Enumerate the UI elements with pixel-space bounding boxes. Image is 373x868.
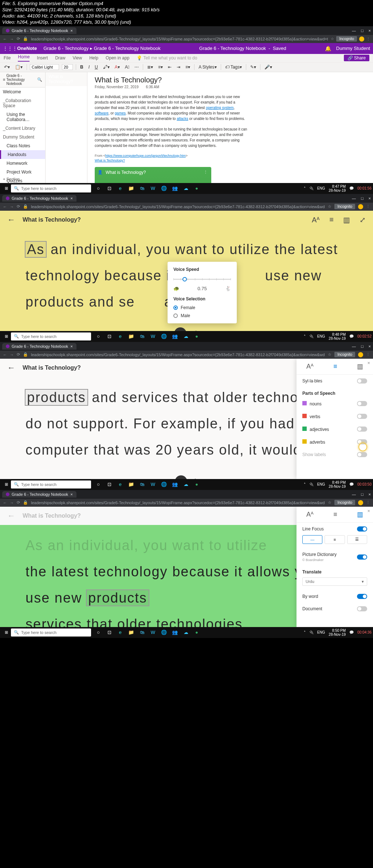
taskbar-search[interactable]: 🔍 Type here to search bbox=[11, 332, 91, 340]
radio-male[interactable]: Male bbox=[173, 313, 231, 318]
nouns-toggle[interactable] bbox=[357, 401, 367, 406]
window-close[interactable]: × bbox=[369, 196, 371, 201]
window-maximize[interactable]: □ bbox=[361, 28, 364, 33]
verbs-toggle[interactable] bbox=[357, 414, 367, 419]
start-button[interactable]: ⊞ bbox=[1, 334, 11, 339]
styles-button[interactable]: A Styles▾ bbox=[197, 65, 217, 70]
tray-clock[interactable]: 8:47 PM28-Nov-19 bbox=[329, 184, 346, 192]
voice-settings-icon[interactable]: ⚙ bbox=[193, 330, 199, 331]
nav-fwd-icon[interactable]: → bbox=[10, 37, 14, 41]
focus-5-line[interactable]: ☰ bbox=[347, 535, 367, 544]
app-launcher-icon[interactable]: ⋮⋮⋮ bbox=[3, 46, 17, 51]
focus-1-line[interactable]: — bbox=[302, 535, 322, 544]
reading-prefs-tab[interactable]: ▥ bbox=[357, 510, 363, 518]
profile-avatar[interactable] bbox=[358, 204, 363, 209]
italic-button[interactable]: I bbox=[87, 65, 91, 70]
tab-insert[interactable]: Insert bbox=[37, 55, 48, 61]
teams-icon[interactable]: 👥 bbox=[170, 184, 180, 192]
nav-back-icon[interactable]: ← bbox=[3, 205, 7, 209]
source-link[interactable]: What is Technology? bbox=[95, 159, 125, 162]
link-games[interactable]: games bbox=[115, 111, 126, 115]
syllables-toggle[interactable] bbox=[357, 378, 367, 384]
dictate-button[interactable]: 🎤▾ bbox=[263, 65, 273, 70]
section-welcome[interactable]: Welcome bbox=[0, 87, 45, 96]
play-button[interactable]: ▶ bbox=[175, 475, 187, 479]
paragraph-1[interactable]: As an individual, you want to utilize th… bbox=[95, 94, 248, 121]
text-prefs-icon[interactable]: Aᴬ bbox=[312, 215, 320, 224]
chrome-icon[interactable]: 🌐 bbox=[159, 184, 169, 192]
browser-tab[interactable]: Grade 6 - Technology Notebook× bbox=[2, 195, 76, 202]
nav-fwd-icon[interactable]: → bbox=[10, 205, 14, 209]
voice-settings-icon[interactable]: ⚙ bbox=[192, 478, 198, 479]
user-name[interactable]: Dummy Student bbox=[336, 46, 370, 51]
taskbar-search[interactable]: 🔍 Type here to search bbox=[11, 184, 91, 192]
pic-dict-toggle[interactable] bbox=[357, 554, 367, 560]
menu-icon[interactable]: ⋮ bbox=[366, 204, 370, 209]
cortana-icon[interactable]: ○ bbox=[93, 184, 103, 192]
tab-view[interactable]: View bbox=[72, 55, 82, 61]
video-menu-icon[interactable]: ⋮ bbox=[204, 170, 208, 175]
link-software[interactable]: software bbox=[95, 111, 109, 115]
window-close[interactable]: × bbox=[369, 28, 371, 33]
tray-power-icon[interactable]: 🔌 bbox=[309, 186, 314, 190]
underline-button[interactable]: U bbox=[94, 65, 99, 70]
explorer-icon[interactable]: 📁 bbox=[126, 184, 136, 192]
play-button[interactable]: ▶ bbox=[174, 327, 186, 331]
tell-me[interactable]: Tell me what you want to do bbox=[143, 55, 197, 61]
browser-tab[interactable]: Grade 6 - Technology Notebook× bbox=[2, 491, 76, 498]
show-labels-toggle[interactable] bbox=[357, 452, 367, 457]
fullscreen-icon[interactable]: ⤢ bbox=[360, 215, 366, 224]
browser-tab[interactable]: Grade 6 - Technology Notebook × bbox=[2, 27, 76, 34]
tab-file[interactable]: File bbox=[4, 55, 11, 61]
grammar-tab[interactable]: ≡ bbox=[333, 511, 337, 518]
grammar-tab[interactable]: ≡ bbox=[333, 363, 337, 370]
font-size[interactable] bbox=[62, 64, 73, 70]
indent-button[interactable]: ⇥ bbox=[176, 65, 181, 70]
by-word-toggle[interactable] bbox=[357, 594, 367, 599]
tray-lang[interactable]: ENG bbox=[317, 186, 325, 190]
clear-format-button[interactable]: A⃠ bbox=[124, 65, 130, 70]
source-url[interactable]: https://www.computerhope.com/jargon/t/te… bbox=[105, 154, 186, 157]
brush-button[interactable]: ✎▾ bbox=[249, 65, 257, 70]
menu-icon[interactable]: ⋮ bbox=[366, 37, 370, 41]
page-title[interactable]: What is Technology? bbox=[95, 76, 366, 84]
start-button[interactable]: ⊞ bbox=[1, 186, 11, 191]
adj-toggle[interactable] bbox=[357, 427, 367, 432]
address-bar[interactable]: leadershipschoolpk.sharepoint.com/sites/… bbox=[31, 37, 328, 41]
embedded-video[interactable]: 👤 What is Technology? ⋮ ▶ 🔊 0:01 / 1:29 … bbox=[95, 167, 211, 183]
window-minimize[interactable]: — bbox=[352, 28, 356, 33]
close-tab-icon[interactable]: × bbox=[70, 28, 72, 33]
edge-icon[interactable]: e bbox=[115, 184, 125, 192]
tab-draw[interactable]: Draw bbox=[55, 55, 65, 61]
back-arrow-icon[interactable]: ← bbox=[7, 215, 15, 225]
add-section-button[interactable]: + Section bbox=[0, 175, 23, 183]
star-icon[interactable]: ☆ bbox=[331, 37, 334, 41]
document-toggle[interactable] bbox=[357, 606, 367, 611]
tag-button[interactable]: 🏷 Tags▾ bbox=[224, 65, 243, 70]
radio-female[interactable]: Female bbox=[173, 305, 231, 310]
window-maximize[interactable]: □ bbox=[361, 196, 364, 201]
bullets-button[interactable]: ≣▾ bbox=[146, 65, 154, 70]
close-tab-icon[interactable]: × bbox=[70, 196, 72, 201]
highlight-button[interactable]: 🖍▾ bbox=[102, 65, 111, 70]
numbering-button[interactable]: ≡▾ bbox=[157, 65, 164, 70]
profile-avatar[interactable] bbox=[359, 36, 364, 42]
section-collab[interactable]: _Collaboration Space bbox=[0, 96, 45, 110]
nav-reload-icon[interactable]: ⟳ bbox=[17, 36, 20, 41]
tray-up-icon[interactable]: ˄ bbox=[304, 186, 306, 190]
section-dummy-student[interactable]: Dummy Student bbox=[0, 133, 45, 141]
nav-reload-icon[interactable]: ⟳ bbox=[17, 204, 20, 209]
bell-icon[interactable]: 🔔 bbox=[325, 46, 331, 51]
align-button[interactable]: ≡▾ bbox=[184, 65, 191, 70]
notebook-title[interactable]: ≡ Grade 6 - Technology Notebook 🔍 bbox=[0, 72, 45, 87]
section-class-notes[interactable]: Class Notes bbox=[0, 141, 45, 150]
section-using-collab[interactable]: Using the Collabora… bbox=[0, 110, 45, 124]
camtasia-icon[interactable]: ● bbox=[192, 184, 202, 192]
font-color-button[interactable]: A▾ bbox=[114, 65, 121, 70]
window-minimize[interactable]: — bbox=[352, 196, 356, 201]
text-prefs-tab[interactable]: Aᴬ bbox=[306, 510, 314, 518]
line-focus-toggle[interactable] bbox=[357, 526, 367, 532]
paragraph-2[interactable]: As a company, you want your organization… bbox=[95, 126, 248, 148]
tab-home[interactable]: Home bbox=[18, 54, 30, 62]
page-item[interactable]: What is Technology? bbox=[46, 72, 87, 86]
